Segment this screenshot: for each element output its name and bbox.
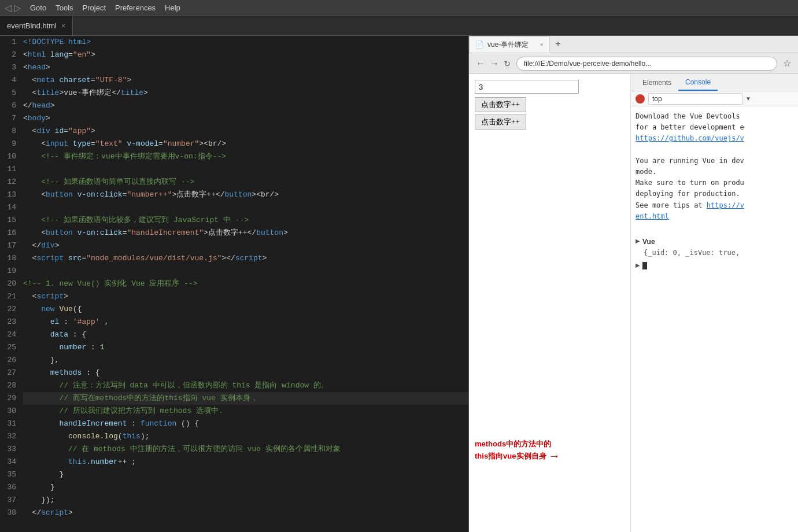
editor-arrows[interactable]: ◁ ▷ [5, 2, 23, 13]
annotation-arrow-icon: → [549, 449, 560, 463]
tab-filename: eventBind.html [7, 21, 57, 30]
object-expand-icon[interactable]: ▶ [636, 237, 640, 246]
menu-preferences[interactable]: Preferences [115, 3, 156, 12]
cursor-indicator-icon: ▶ [636, 261, 640, 270]
vue-object-label: Vue [642, 237, 655, 247]
code-line-2: 2<html lang="en"> [0, 49, 468, 61]
line-number: 36 [0, 481, 23, 494]
browser-tab-bar: 📄 vue-事件绑定 × + [469, 36, 798, 53]
line-content: console.log(this); [23, 430, 468, 443]
tab-elements[interactable]: Elements [636, 74, 678, 91]
vue-btn2[interactable]: 点击数字++ [475, 114, 526, 130]
line-number: 18 [0, 252, 23, 265]
line-number: 12 [0, 176, 23, 189]
main-content: 1<!DOCTYPE html>2<html lang="en">3<head>… [0, 36, 798, 532]
filter-dropdown-icon[interactable]: ▼ [745, 95, 751, 102]
code-line-15: 15 <!-- 如果函数语句比较多，建议写到 JavaScript 中 --> [0, 214, 468, 227]
line-number: 1 [0, 36, 23, 49]
vue-btn1[interactable]: 点击数字++ [475, 97, 526, 112]
line-content: <input type="text" v-model="number"><br/… [23, 138, 468, 150]
code-line-5: 5 <title>vue-事件绑定</title> [0, 87, 468, 99]
line-number: 14 [0, 201, 23, 214]
line-content: this.number++ ; [23, 456, 468, 468]
line-content: number : 1 [23, 341, 468, 354]
code-line-17: 17 </div> [0, 239, 468, 252]
url-bar[interactable] [516, 57, 777, 71]
code-line-19: 19 [0, 265, 468, 278]
arrow-left-icon[interactable]: ◁ [5, 2, 12, 13]
line-content: <head> [23, 61, 468, 74]
line-number: 33 [0, 443, 23, 456]
refresh-button[interactable]: ↻ [501, 59, 513, 68]
code-lines: 1<!DOCTYPE html>2<html lang="en">3<head>… [0, 36, 468, 519]
tips-link[interactable]: https://v [707, 201, 744, 209]
code-line-32: 32 console.log(this); [0, 430, 468, 443]
menu-tools[interactable]: Tools [56, 3, 73, 12]
code-editor[interactable]: 1<!DOCTYPE html>2<html lang="en">3<head>… [0, 36, 468, 532]
line-content: <div id="app"> [23, 125, 468, 138]
browser-active-tab[interactable]: 📄 vue-事件绑定 × [469, 36, 550, 53]
line-content: <!-- 1. new Vue() 实例化 Vue 应用程序 --> [23, 278, 468, 290]
browser-panel: 📄 vue-事件绑定 × + ← → ↻ ☆ 点击数字++ 点击数字++ met [468, 36, 798, 532]
line-content: // 注意：方法写到 data 中可以，但函数内部的 this 是指向 wind… [23, 379, 468, 392]
page-icon: 📄 [475, 40, 484, 49]
line-number: 37 [0, 494, 23, 507]
code-line-38: 38 </script> [0, 507, 468, 519]
code-line-30: 30 // 所以我们建议把方法写到 methods 选项中. [0, 405, 468, 418]
code-line-11: 11 [0, 163, 468, 176]
line-number: 28 [0, 379, 23, 392]
line-content: // 而写在methods中的方法的this指向 vue 实例本身， [23, 392, 468, 405]
console-content: Download the Vue Devtools for a better d… [631, 106, 798, 532]
line-number: 31 [0, 418, 23, 430]
console-msg-2: You are running Vue in dev mode. Make su… [636, 156, 793, 222]
console-filter-input[interactable] [648, 93, 743, 105]
no-symbol-icon[interactable]: 🚫 [636, 94, 645, 104]
menu-goto[interactable]: Goto [30, 3, 46, 12]
code-line-27: 27 methods : { [0, 367, 468, 379]
line-content: <title>vue-事件绑定</title> [23, 87, 468, 99]
console-msg-1: Download the Vue Devtools for a better d… [636, 111, 793, 145]
line-number: 34 [0, 456, 23, 468]
code-line-6: 6</head> [0, 99, 468, 112]
line-number: 13 [0, 189, 23, 201]
line-number: 2 [0, 49, 23, 61]
devtools-link[interactable]: https://github.com/vuejs/v [636, 134, 744, 142]
devtools-panel: Elements Console 🚫 ▼ Download the Vue De… [631, 74, 798, 532]
line-content: <script> [23, 290, 468, 303]
bookmark-button[interactable]: ☆ [781, 58, 793, 69]
line-number: 27 [0, 367, 23, 379]
browser-tab-close-icon[interactable]: × [540, 41, 544, 48]
line-content: <body> [23, 112, 468, 125]
menu-project[interactable]: Project [83, 3, 106, 12]
line-content [23, 265, 468, 278]
line-content: data : { [23, 328, 468, 341]
editor-tab-eventbind[interactable]: eventBind.html × [0, 16, 73, 35]
line-number: 32 [0, 430, 23, 443]
tab-close-icon[interactable]: × [61, 22, 65, 30]
line-content: } [23, 481, 468, 494]
arrow-right-icon[interactable]: ▷ [14, 2, 21, 13]
browser-content: 点击数字++ 点击数字++ methods中的方法中的 this指向vue实例自… [469, 74, 798, 532]
menu-help[interactable]: Help [165, 3, 180, 12]
annotation-box: methods中的方法中的 this指向vue实例自身 → [475, 439, 560, 463]
back-button[interactable]: ← [474, 58, 487, 69]
code-line-24: 24 data : { [0, 328, 468, 341]
forward-button[interactable]: → [487, 58, 501, 69]
new-tab-button[interactable]: + [550, 36, 566, 53]
code-line-3: 3<head> [0, 61, 468, 74]
tips-link-2[interactable]: ent.html [636, 212, 669, 220]
line-content: } [23, 468, 468, 481]
annotation-line1: methods中的方法中的 [475, 439, 560, 449]
tab-console[interactable]: Console [678, 74, 718, 91]
line-number: 30 [0, 405, 23, 418]
line-content: // 在 methods 中注册的方法，可以很方便的访问 vue 实例的各个属性… [23, 443, 468, 456]
line-number: 25 [0, 341, 23, 354]
vue-number-input[interactable] [475, 80, 579, 94]
code-line-33: 33 // 在 methods 中注册的方法，可以很方便的访问 vue 实例的各… [0, 443, 468, 456]
line-content: // 所以我们建议把方法写到 methods 选项中. [23, 405, 468, 418]
cursor-line: ▶ [636, 261, 793, 270]
line-content: <html lang="en"> [23, 49, 468, 61]
line-number: 8 [0, 125, 23, 138]
vue-object-row: ▶ Vue [636, 237, 793, 247]
console-cursor [642, 262, 647, 269]
